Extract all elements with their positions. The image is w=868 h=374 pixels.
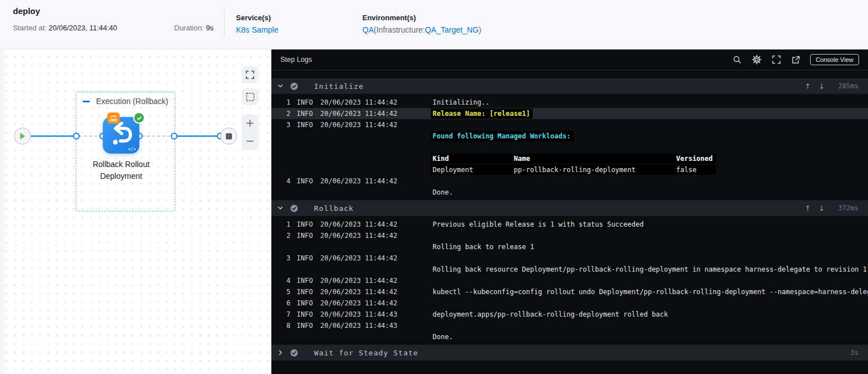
collapse-group-icon[interactable] [83, 101, 90, 102]
infrastructure-prefix: (Infrastructure: [374, 25, 425, 34]
scroll-to-bottom-button[interactable]: ↓ [819, 82, 825, 91]
infrastructure-link[interactable]: QA_Target_NG [425, 25, 479, 34]
log-row[interactable]: 3INFO20/06/2023 11:44:42 [271, 119, 868, 130]
chevron-right-icon[interactable] [277, 349, 284, 356]
line-number: 5 [279, 286, 290, 298]
log-timestamp: 20/06/2023 11:44:42 [320, 119, 397, 130]
step-logs-panel: Step Logs [271, 49, 868, 374]
log-level: INFO [297, 286, 313, 298]
pipeline-execution-page: deploy Started at: 20/06/2023, 11:44:40 … [0, 0, 868, 374]
started-at-value: 20/06/2023, 11:44:40 [49, 24, 117, 32]
line-number: 4 [279, 275, 290, 286]
log-level: INFO [297, 320, 313, 331]
plus-icon [246, 119, 255, 128]
log-message: Done. [433, 331, 453, 343]
log-row[interactable]: Kind Name Versioned [271, 153, 868, 164]
environment-link[interactable]: QA(Infrastructure:QA_Target_NG) [362, 25, 481, 34]
log-row[interactable]: 1INFO20/06/2023 11:44:42Previous eligibl… [271, 219, 868, 230]
log-row[interactable]: 7INFO20/06/2023 11:44:43deployment.apps/… [271, 309, 868, 320]
service-link[interactable]: K8s Sample [236, 25, 278, 34]
log-row[interactable]: 4INFO20/06/2023 11:44:42 [271, 275, 868, 286]
pipeline-graph-canvas[interactable]: Execution (Rollback) </> [0, 49, 271, 374]
started-at: Started at: 20/06/2023, 11:44:40 [13, 24, 117, 32]
section-success-icon [290, 82, 298, 91]
stop-icon [226, 133, 232, 139]
gear-icon[interactable] [751, 54, 762, 65]
end-node [220, 128, 237, 145]
environments-block: Environment(s) QA(Infrastructure:QA_Targ… [362, 13, 481, 34]
log-timestamp: 20/06/2023 11:44:42 [320, 298, 397, 309]
open-in-new-icon[interactable] [790, 54, 802, 65]
section-duration: 285ms [833, 82, 858, 90]
zoom-in-button[interactable] [242, 114, 258, 132]
log-section-header[interactable]: Initialize↑↓285ms [271, 78, 868, 94]
duration-value: 9s [206, 24, 213, 32]
log-section-header[interactable]: Rollback↑↓372ms [271, 200, 868, 216]
scroll-to-bottom-button[interactable]: ↓ [819, 204, 825, 213]
console-view-button[interactable]: Console View [810, 54, 859, 65]
log-message: Done. [433, 187, 453, 198]
line-number: 8 [279, 320, 290, 331]
log-section: Wait for Steady State3s [271, 345, 868, 361]
step-logs-toolbar: Step Logs [271, 49, 868, 70]
scroll-to-top-button[interactable]: ↑ [805, 204, 811, 213]
line-number: 7 [279, 309, 290, 320]
line-number: 4 [279, 175, 290, 187]
log-message: Previous eligible Release is 1 with stat… [433, 219, 644, 230]
section-duration: 372ms [833, 204, 858, 212]
log-row[interactable]: 2INFO20/06/2023 11:44:42 [271, 230, 868, 241]
expand-logs-icon[interactable] [771, 54, 782, 65]
log-row[interactable]: Rolling back resource Deployment/pp-roll… [271, 264, 868, 275]
log-message: Release Name: [release1] [431, 109, 533, 119]
line-number: 3 [279, 119, 290, 130]
started-at-label: Started at: [13, 24, 47, 32]
log-row[interactable]: Rolling back to release 1 [271, 241, 868, 253]
services-label: Service(s) [236, 13, 278, 22]
log-level: INFO [297, 309, 313, 320]
pipeline-title: deploy [13, 6, 40, 16]
log-message: Deployment pp-rollback-rolling-deploymen… [431, 165, 716, 175]
step-logs-title: Step Logs [280, 56, 312, 64]
log-level: INFO [297, 219, 313, 230]
log-row[interactable]: Deployment pp-rollback-rolling-deploymen… [271, 164, 868, 175]
scroll-to-top-button[interactable]: ↑ [805, 82, 811, 91]
log-row[interactable]: 5INFO20/06/2023 11:44:42kubectl --kubeco… [271, 286, 868, 298]
log-row[interactable] [271, 142, 868, 153]
execution-group-label: Execution (Rollback) [83, 97, 168, 106]
log-sections: Initialize↑↓285ms1INFO20/06/2023 11:44:4… [271, 70, 868, 374]
log-timestamp: 20/06/2023 11:44:42 [320, 286, 397, 298]
log-timestamp: 20/06/2023 11:44:42 [320, 230, 397, 241]
canvas-select-button[interactable] [242, 88, 258, 105]
search-icon[interactable] [731, 54, 743, 65]
execution-header: deploy Started at: 20/06/2023, 11:44:40 … [0, 0, 868, 49]
log-row[interactable]: 8INFO20/06/2023 11:44:43 [271, 320, 868, 331]
log-level: INFO [297, 298, 313, 309]
step-success-icon [134, 113, 144, 123]
log-message: Found following Managed Workloads: [431, 131, 574, 141]
log-level: INFO [297, 119, 313, 130]
line-number: 1 [279, 219, 290, 230]
section-duration: 3s [833, 349, 858, 357]
canvas-fullscreen-button[interactable] [242, 66, 258, 83]
log-row[interactable]: Done. [271, 331, 868, 343]
log-row[interactable]: 1INFO20/06/2023 11:44:42Initializing.. [271, 97, 868, 108]
log-section-title: Rollback [314, 204, 354, 213]
chevron-down-icon[interactable] [277, 83, 284, 89]
log-row[interactable]: 6INFO20/06/2023 11:44:42 [271, 298, 868, 309]
log-level: INFO [297, 108, 313, 119]
header-divider [224, 8, 225, 37]
log-section-title: Wait for Steady State [314, 349, 418, 357]
log-timestamp: 20/06/2023 11:44:42 [320, 219, 397, 230]
log-row[interactable]: 2INFO20/06/2023 11:44:42Release Name: [r… [271, 108, 868, 119]
log-row[interactable]: 3INFO20/06/2023 11:44:42 [271, 253, 868, 264]
log-message: deployment.apps/pp-rollback-rolling-depl… [433, 309, 668, 320]
step-node-label[interactable]: Rollback Rollout Deployment [76, 159, 166, 182]
zoom-out-button[interactable] [242, 132, 258, 150]
log-section-header[interactable]: Wait for Steady State3s [271, 345, 868, 361]
log-row[interactable]: Done. [271, 187, 868, 198]
log-timestamp: 20/06/2023 11:44:42 [320, 275, 397, 286]
chevron-down-icon[interactable] [277, 205, 284, 211]
rollout-deployment-badge-icon [107, 112, 120, 124]
log-row[interactable]: 4INFO20/06/2023 11:44:42 [271, 175, 868, 187]
log-row[interactable]: Found following Managed Workloads: [271, 130, 868, 142]
